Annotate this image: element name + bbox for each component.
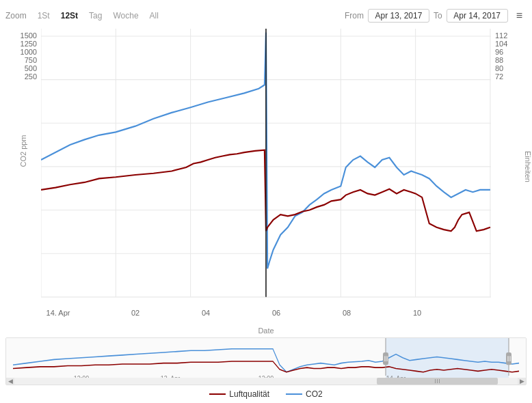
legend: Luftqualität CO2	[5, 385, 527, 403]
x-tick-04: 04	[196, 309, 216, 326]
zoom-controls: Zoom 1St 12St Tag Woche All	[5, 10, 161, 22]
legend-item-co2: CO2	[286, 389, 323, 399]
chart-svg-wrapper	[41, 29, 491, 306]
luftqualitat-line-icon	[209, 393, 226, 395]
scroll-left-arrow[interactable]: ◀	[6, 378, 14, 385]
zoom-label: Zoom	[5, 11, 27, 20]
y-right-96: 96	[495, 48, 503, 56]
scroll-right-arrow[interactable]: ▶	[518, 378, 526, 385]
y-right-88: 88	[495, 56, 503, 64]
zoom-btn-1st[interactable]: 1St	[35, 10, 53, 22]
x-tick-08: 08	[336, 309, 357, 326]
zoom-btn-12st[interactable]: 12St	[58, 10, 81, 22]
from-label: From	[345, 11, 364, 20]
date-range: From To ≡	[345, 8, 527, 23]
co2-line-icon	[286, 393, 302, 395]
x-tick-02: 02	[125, 309, 146, 326]
zoom-btn-all[interactable]: All	[147, 10, 161, 22]
x-tick-14apr: 14. Apr	[41, 309, 75, 326]
to-date-input[interactable]	[447, 9, 508, 23]
overview-chart: 12:00 13. Apr 12:00 14. Apr ◀	[5, 337, 527, 385]
legend-item-luftqualitat: Luftqualität	[209, 389, 269, 399]
y-tick-1000: 1000	[21, 48, 37, 56]
svg-rect-23	[383, 352, 388, 365]
x-title: Date	[41, 326, 491, 335]
x-tick-end	[477, 309, 491, 326]
from-date-input[interactable]	[368, 9, 429, 23]
y-tick-1250: 1250	[21, 40, 37, 48]
co2-label: CO2	[306, 389, 323, 399]
scroll-track[interactable]	[14, 378, 518, 385]
zoom-btn-tag[interactable]: Tag	[86, 10, 105, 22]
y-right-72: 72	[495, 72, 503, 81]
main-chart-svg	[41, 29, 491, 306]
x-axis: 14. Apr 02 04 06 08 10	[41, 306, 491, 326]
y-tick-750: 750	[25, 56, 37, 64]
x-tick-10: 10	[407, 309, 427, 326]
zoom-btn-woche[interactable]: Woche	[110, 10, 141, 22]
chart-container: Zoom 1St 12St Tag Woche All From To ≡ CO…	[0, 0, 532, 403]
y-right-80: 80	[495, 64, 503, 72]
y-tick-500: 500	[25, 64, 37, 72]
y-right-112: 112	[495, 31, 507, 40]
y-right-104: 104	[495, 40, 507, 48]
overview-scrollbar: ◀ ▶	[6, 378, 526, 385]
chart-plot: 14. Apr 02 04 06 08 10 Date	[41, 29, 491, 335]
main-chart-area: CO2 ppm 1500 1250 1000 750 500 250	[5, 29, 527, 335]
y-tick-250: 250	[25, 72, 37, 81]
to-label: To	[434, 11, 442, 20]
svg-rect-24	[506, 352, 511, 365]
y-right-title: Einheiten	[524, 151, 532, 182]
scroll-thumb[interactable]	[377, 378, 498, 385]
menu-icon[interactable]: ≡	[512, 8, 527, 23]
y-tick-1500: 1500	[21, 31, 37, 40]
toolbar: Zoom 1St 12St Tag Woche All From To ≡	[5, 5, 527, 26]
y-left-title: CO2 ppm	[19, 135, 27, 167]
x-tick-06: 06	[266, 309, 287, 326]
luftqualitat-label: Luftqualität	[229, 389, 269, 399]
